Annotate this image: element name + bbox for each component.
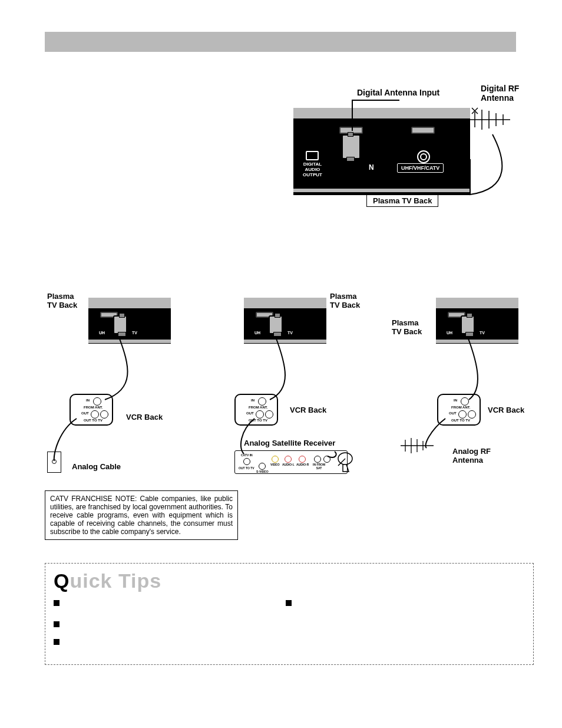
catv-note-text: CATV FRANCHISE NOTE: Cable companies, li… <box>50 495 233 536</box>
wire-fig-a <box>47 330 177 477</box>
wire-fig-c <box>412 330 530 477</box>
quick-tips-box: Quick Tips <box>45 563 534 665</box>
quick-tips-heading: Quick Tips <box>54 569 525 592</box>
coax-connector-icon <box>342 134 361 159</box>
bullet-icon <box>54 639 59 645</box>
bullet-icon <box>54 600 59 606</box>
label-plasma-tv-back-a-l1: Plasma <box>47 292 77 301</box>
wire-antenna-to-tv <box>293 88 517 212</box>
catv-franchise-note: CATV FRANCHISE NOTE: Cable companies, li… <box>45 490 238 540</box>
coax-connector-icon <box>113 315 127 334</box>
label-plasma-tv-back-b-l2: TV Back <box>330 301 360 309</box>
header-bar <box>45 32 516 52</box>
bullet-icon <box>54 621 59 627</box>
label-plasma-tv-back-b-l1: Plasma <box>330 292 360 301</box>
label-plasma-tv-back-a-l2: TV Back <box>47 301 77 309</box>
coax-connector-icon <box>269 315 283 334</box>
coax-connector-icon <box>461 315 475 334</box>
wire-fig-b <box>234 330 364 483</box>
bullet-icon <box>286 600 292 606</box>
label-plasma-tv-back-c-l1: Plasma <box>392 318 422 327</box>
